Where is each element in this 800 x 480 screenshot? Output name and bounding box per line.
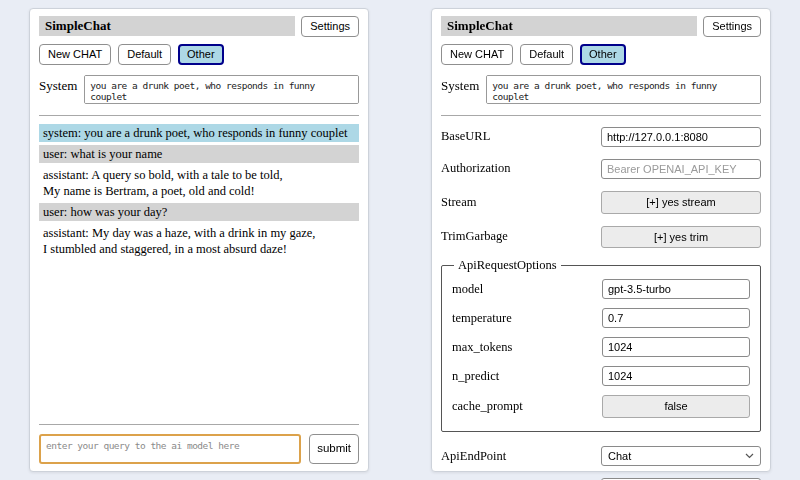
api-request-options-legend: ApiRequestOptions bbox=[454, 258, 561, 273]
divider bbox=[39, 115, 359, 116]
session-tab-other[interactable]: Other bbox=[178, 44, 224, 65]
chat-message-user: user: what is your name bbox=[39, 145, 359, 163]
setting-row-baseurl: BaseURL bbox=[441, 127, 761, 147]
setting-row-api-endpoint: ApiEndPoint Chat bbox=[441, 446, 761, 466]
chat-message-list: system: you are a drunk poet, who respon… bbox=[39, 124, 359, 261]
chevron-down-icon bbox=[745, 453, 754, 459]
select-value: Chat bbox=[608, 450, 631, 462]
new-chat-button[interactable]: New CHAT bbox=[441, 44, 513, 65]
query-row: submit bbox=[39, 434, 359, 464]
chat-panel: SimpleChat Settings New CHAT Default Oth… bbox=[29, 8, 369, 472]
stream-label: Stream bbox=[441, 195, 476, 210]
setting-row-n-predict: n_predict bbox=[452, 366, 750, 386]
baseurl-label: BaseURL bbox=[441, 129, 490, 144]
session-tab-other[interactable]: Other bbox=[580, 44, 626, 65]
setting-row-model: model bbox=[452, 279, 750, 299]
system-label: System bbox=[441, 75, 479, 94]
session-tab-default[interactable]: Default bbox=[118, 44, 171, 65]
authorization-label: Authorization bbox=[441, 161, 510, 176]
settings-panel-header: SimpleChat Settings bbox=[441, 16, 761, 37]
system-label: System bbox=[39, 75, 77, 94]
max-tokens-label: max_tokens bbox=[452, 340, 512, 355]
trimgarbage-toggle-button[interactable]: [+] yes trim bbox=[601, 226, 761, 249]
divider bbox=[39, 424, 359, 425]
setting-row-max-tokens: max_tokens bbox=[452, 337, 750, 357]
setting-row-temperature: temperature bbox=[452, 308, 750, 328]
chat-message-system: system: you are a drunk poet, who respon… bbox=[39, 124, 359, 142]
baseurl-input[interactable] bbox=[601, 127, 761, 147]
submit-button[interactable]: submit bbox=[309, 434, 359, 464]
divider bbox=[441, 115, 761, 116]
model-input[interactable] bbox=[602, 279, 750, 299]
cache-prompt-label: cache_prompt bbox=[452, 399, 523, 414]
setting-row-stream: Stream [+] yes stream bbox=[441, 191, 761, 214]
settings-button[interactable]: Settings bbox=[703, 16, 761, 37]
query-input[interactable] bbox=[39, 434, 301, 464]
system-prompt-row: System you are a drunk poet, who respond… bbox=[441, 75, 761, 104]
model-label: model bbox=[452, 282, 483, 297]
stream-toggle-button[interactable]: [+] yes stream bbox=[601, 191, 761, 214]
trimgarbage-label: TrimGarbage bbox=[441, 229, 508, 244]
cache-prompt-toggle-button[interactable]: false bbox=[602, 395, 750, 418]
setting-row-trimgarbage: TrimGarbage [+] yes trim bbox=[441, 226, 761, 249]
setting-row-cache-prompt: cache_prompt false bbox=[452, 395, 750, 418]
two-panel-layout: SimpleChat Settings New CHAT Default Oth… bbox=[0, 0, 800, 480]
n-predict-label: n_predict bbox=[452, 369, 499, 384]
max-tokens-input[interactable] bbox=[602, 337, 750, 357]
api-endpoint-select[interactable]: Chat bbox=[601, 446, 761, 466]
authorization-input[interactable] bbox=[601, 159, 761, 179]
system-prompt-input[interactable]: you are a drunk poet, who responds in fu… bbox=[84, 75, 359, 104]
system-prompt-input[interactable]: you are a drunk poet, who responds in fu… bbox=[486, 75, 761, 104]
api-endpoint-label: ApiEndPoint bbox=[441, 449, 506, 464]
temperature-input[interactable] bbox=[602, 308, 750, 328]
temperature-label: temperature bbox=[452, 311, 512, 326]
chat-panel-header: SimpleChat Settings bbox=[39, 16, 359, 37]
api-request-options-fieldset: ApiRequestOptions model temperature max_… bbox=[441, 258, 761, 432]
chat-message-user: user: how was your day? bbox=[39, 203, 359, 221]
spacer bbox=[39, 261, 359, 419]
session-toolbar: New CHAT Default Other bbox=[441, 44, 761, 65]
setting-row-authorization: Authorization bbox=[441, 159, 761, 179]
settings-panel: SimpleChat Settings New CHAT Default Oth… bbox=[431, 8, 771, 472]
session-toolbar: New CHAT Default Other bbox=[39, 44, 359, 65]
chat-message-assistant: assistant: My day was a haze, with a dri… bbox=[39, 224, 359, 258]
n-predict-input[interactable] bbox=[602, 366, 750, 386]
app-title: SimpleChat bbox=[441, 16, 697, 36]
new-chat-button[interactable]: New CHAT bbox=[39, 44, 111, 65]
system-prompt-row: System you are a drunk poet, who respond… bbox=[39, 75, 359, 104]
session-tab-default[interactable]: Default bbox=[520, 44, 573, 65]
chat-message-assistant: assistant: A query so bold, with a tale … bbox=[39, 166, 359, 200]
app-title: SimpleChat bbox=[39, 16, 295, 36]
settings-button[interactable]: Settings bbox=[301, 16, 359, 37]
